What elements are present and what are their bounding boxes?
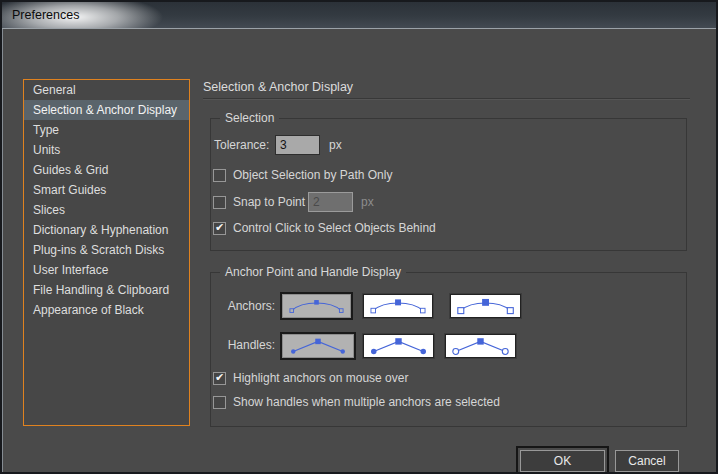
page-title: Selection & Anchor Display <box>203 80 353 94</box>
snap-to-point-input <box>308 192 353 212</box>
sidebar-item-guides-grid[interactable]: Guides & Grid <box>24 160 189 180</box>
handle-preview-open-icon <box>446 335 515 357</box>
snap-to-point-checkbox[interactable] <box>213 196 226 209</box>
anchor-preview-small-icon <box>283 295 350 317</box>
sidebar-item-selection-anchor-display[interactable]: Selection & Anchor Display <box>24 100 189 120</box>
cancel-button[interactable]: Cancel <box>615 450 679 472</box>
window-title: Preferences <box>12 8 79 22</box>
handle-preview-solid-small-icon <box>283 335 353 357</box>
sidebar-item-dictionary-hyphenation[interactable]: Dictionary & Hyphenation <box>24 220 189 240</box>
anchor-option-large-button[interactable] <box>450 294 521 318</box>
handle-option-solid-large-button[interactable] <box>363 334 434 358</box>
handle-preview-solid-large-icon <box>364 335 433 357</box>
sidebar-item-units[interactable]: Units <box>24 140 189 160</box>
anchor-option-medium-button[interactable] <box>363 294 433 318</box>
header-divider <box>203 98 690 99</box>
titlebar[interactable]: Preferences <box>2 2 716 28</box>
highlight-anchors-label: Highlight anchors on mouse over <box>233 372 408 385</box>
control-click-label: Control Click to Select Objects Behind <box>233 222 436 235</box>
sidebar-item-appearance-of-black[interactable]: Appearance of Black <box>24 300 189 320</box>
show-handles-checkbox[interactable] <box>213 396 226 409</box>
control-click-checkbox[interactable] <box>213 222 226 235</box>
anchor-preview-large-icon <box>451 295 520 317</box>
anchor-preview-medium-icon <box>364 295 432 317</box>
sidebar-item-file-handling-clipboard[interactable]: File Handling & Clipboard <box>24 280 189 300</box>
sidebar-item-smart-guides[interactable]: Smart Guides <box>24 180 189 200</box>
object-selection-label: Object Selection by Path Only <box>233 169 392 182</box>
category-list: General Selection & Anchor Display Type … <box>23 79 190 426</box>
handles-label: Handles: <box>213 339 275 352</box>
tolerance-label: Tolerance: <box>214 139 269 152</box>
selection-group-title: Selection <box>220 111 279 125</box>
anchors-label: Anchors: <box>213 300 275 313</box>
sidebar-item-slices[interactable]: Slices <box>24 200 189 220</box>
show-handles-label: Show handles when multiple anchors are s… <box>233 396 500 409</box>
sidebar-item-plugins-scratch-disks[interactable]: Plug-ins & Scratch Disks <box>24 240 189 260</box>
ok-button[interactable]: OK <box>520 450 605 472</box>
tolerance-input[interactable] <box>275 135 320 155</box>
tolerance-unit-label: px <box>329 139 342 152</box>
dialog-body: General Selection & Anchor Display Type … <box>2 29 716 472</box>
handle-option-solid-small-button[interactable] <box>282 334 354 358</box>
highlight-anchors-checkbox[interactable] <box>213 372 226 385</box>
anchor-option-small-button[interactable] <box>282 294 351 318</box>
snap-to-point-unit-label: px <box>361 196 374 209</box>
handle-option-open-button[interactable] <box>445 334 516 358</box>
preferences-dialog: Preferences General Selection & Anchor D… <box>0 0 718 474</box>
snap-to-point-label: Snap to Point <box>233 196 305 209</box>
sidebar-item-general[interactable]: General <box>24 80 189 100</box>
sidebar-item-user-interface[interactable]: User Interface <box>24 260 189 280</box>
object-selection-checkbox[interactable] <box>213 169 226 182</box>
sidebar-item-type[interactable]: Type <box>24 120 189 140</box>
anchor-display-group-title: Anchor Point and Handle Display <box>220 265 406 279</box>
